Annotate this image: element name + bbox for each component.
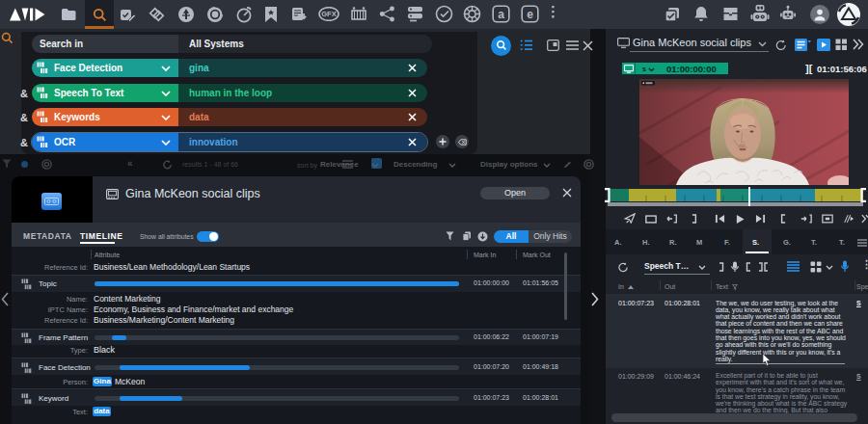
svg-text:e: e <box>527 8 533 21</box>
svg-text:GFX: GFX <box>321 10 336 18</box>
svg-text:a: a <box>498 8 504 21</box>
